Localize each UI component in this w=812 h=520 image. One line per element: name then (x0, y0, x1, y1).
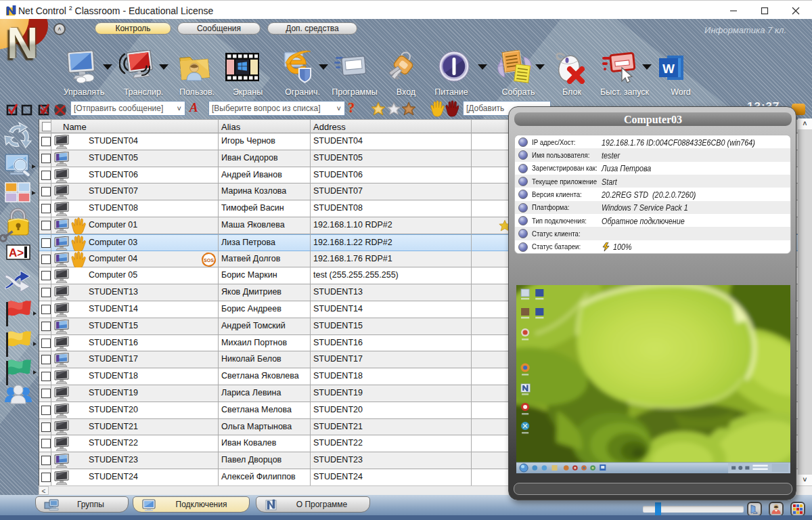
svg-text:A>: A> (9, 246, 24, 259)
svg-text:SOS: SOS (204, 257, 214, 262)
